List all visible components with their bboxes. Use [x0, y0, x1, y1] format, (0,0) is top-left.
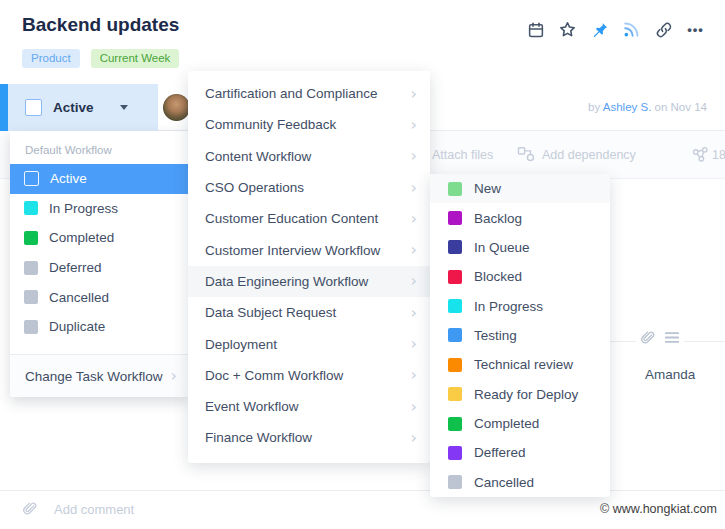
- workflow-item[interactable]: Event Workflow›: [188, 391, 430, 422]
- submenu-label: Ready for Deploy: [474, 387, 578, 402]
- menu-item-completed[interactable]: Completed: [10, 223, 189, 253]
- submenu-label: Technical review: [474, 357, 573, 372]
- menu-item-label: In Progress: [49, 201, 118, 216]
- comment-input-placeholder[interactable]: Add comment: [54, 491, 134, 529]
- share-graph-icon: [692, 146, 709, 163]
- avatar[interactable]: [163, 94, 190, 121]
- workflow-label: Finance Workflow: [205, 430, 312, 445]
- workflow-item[interactable]: Finance Workflow›: [188, 422, 430, 453]
- status-dropdown-menu: Default Workflow Active In Progress Comp…: [10, 131, 189, 397]
- submenu-label: In Queue: [474, 240, 530, 255]
- workflow-label: Customer Education Content: [205, 211, 378, 226]
- submenu-item-technical-review[interactable]: Technical review: [430, 350, 610, 379]
- status-swatch: [24, 201, 38, 215]
- tag-current-week[interactable]: Current Week: [91, 49, 180, 68]
- attach-files-button[interactable]: Attach files: [432, 131, 493, 179]
- author-link[interactable]: Ashley S.: [603, 101, 655, 113]
- submenu-item-blocked[interactable]: Blocked: [430, 262, 610, 291]
- link-icon[interactable]: [654, 20, 673, 39]
- workflow-item[interactable]: CSO Operations›: [188, 172, 430, 203]
- share-count[interactable]: 18: [712, 131, 725, 179]
- change-task-workflow-button[interactable]: Change Task Workflow ›: [10, 354, 189, 397]
- submenu-label: Cancelled: [474, 475, 534, 490]
- workflow-label: Community Feedback: [205, 117, 336, 132]
- assignee-name[interactable]: Amanda: [645, 367, 695, 382]
- menu-icon[interactable]: [664, 330, 680, 347]
- menu-item-label: Duplicate: [49, 319, 105, 334]
- submenu-label: Backlog: [474, 211, 522, 226]
- status-swatch: [24, 261, 38, 275]
- task-view: Backend updates ••• Product Current Week…: [0, 0, 725, 529]
- workflow-label: Data Engineering Workflow: [205, 274, 368, 289]
- status-swatch: [24, 290, 38, 304]
- chevron-right-icon: ›: [171, 368, 177, 384]
- menu-item-deferred[interactable]: Deferred: [10, 253, 189, 283]
- chevron-right-icon: ›: [411, 430, 417, 446]
- workflow-item[interactable]: Content Workflow›: [188, 141, 430, 172]
- workflow-item[interactable]: Deployment›: [188, 328, 430, 359]
- status-swatch: [448, 328, 462, 342]
- submenu-item-cancelled[interactable]: Cancelled: [430, 468, 610, 497]
- workflow-label: Event Workflow: [205, 399, 299, 414]
- status-checkbox[interactable]: [25, 99, 42, 116]
- chevron-right-icon: ›: [411, 367, 417, 383]
- workflow-item[interactable]: Customer Interview Workflow›: [188, 234, 430, 265]
- chevron-right-icon: ›: [411, 211, 417, 227]
- menu-item-active[interactable]: Active: [10, 164, 189, 194]
- chevron-right-icon: ›: [411, 148, 417, 164]
- paperclip-icon[interactable]: [640, 330, 655, 347]
- menu-item-in-progress[interactable]: In Progress: [10, 194, 189, 224]
- status-swatch: [448, 240, 462, 254]
- byline: by Ashley S. on Nov 14: [588, 84, 707, 131]
- pin-icon[interactable]: [590, 20, 609, 39]
- menu-item-label: Deferred: [49, 260, 102, 275]
- menu-item-label: Cancelled: [49, 290, 109, 305]
- page-title: Backend updates: [22, 14, 179, 36]
- submenu-item-completed[interactable]: Completed: [430, 409, 610, 438]
- workflow-item[interactable]: Customer Education Content›: [188, 203, 430, 234]
- workflow-label: Content Workflow: [205, 149, 311, 164]
- submenu-item-backlog[interactable]: Backlog: [430, 203, 610, 232]
- star-icon[interactable]: [558, 20, 577, 39]
- workflow-label: CSO Operations: [205, 180, 304, 195]
- attach-comment-icon[interactable]: [22, 501, 37, 518]
- submenu-item-deffered[interactable]: Deffered: [430, 438, 610, 467]
- rss-icon[interactable]: [622, 20, 641, 39]
- submenu-item-in-queue[interactable]: In Queue: [430, 233, 610, 262]
- submenu-item-testing[interactable]: Testing: [430, 321, 610, 350]
- chevron-down-icon: [120, 105, 128, 110]
- workflow-item[interactable]: Community Feedback›: [188, 109, 430, 140]
- status-swatch: [24, 171, 39, 186]
- chevron-right-icon: ›: [411, 117, 417, 133]
- workflow-dropdown-menu: Cartification and Compliance› Community …: [188, 71, 430, 463]
- chevron-right-icon: ›: [411, 399, 417, 415]
- status-swatch: [448, 417, 462, 431]
- workflow-section-label: Default Workflow: [10, 131, 189, 164]
- workflow-item[interactable]: Data Subject Request›: [188, 297, 430, 328]
- status-swatch: [24, 231, 38, 245]
- workflow-item-data-engineering[interactable]: Data Engineering Workflow›: [188, 266, 430, 297]
- menu-item-cancelled[interactable]: Cancelled: [10, 282, 189, 312]
- calendar-icon[interactable]: [526, 20, 545, 39]
- submenu-label: In Progress: [474, 299, 543, 314]
- chevron-right-icon: ›: [411, 273, 417, 289]
- status-swatch: [448, 358, 462, 372]
- submenu-item-ready-for-deploy[interactable]: Ready for Deploy: [430, 380, 610, 409]
- workflow-item[interactable]: Cartification and Compliance›: [188, 78, 430, 109]
- workflow-item[interactable]: Doc + Comm Workflow›: [188, 360, 430, 391]
- workflow-label: Customer Interview Workflow: [205, 243, 380, 258]
- chevron-right-icon: ›: [411, 86, 417, 102]
- tag-product[interactable]: Product: [22, 49, 80, 68]
- selected-status-accent: [0, 84, 8, 131]
- more-icon[interactable]: •••: [686, 20, 705, 39]
- add-dependency-button[interactable]: Add dependency: [542, 131, 636, 179]
- submenu-item-new[interactable]: New: [430, 174, 610, 203]
- status-swatch: [448, 475, 462, 489]
- chevron-right-icon: ›: [411, 242, 417, 258]
- status-swatch: [448, 182, 462, 196]
- submenu-label: New: [474, 181, 501, 196]
- submenu-label: Deffered: [474, 445, 526, 460]
- menu-item-duplicate[interactable]: Duplicate: [10, 312, 189, 342]
- status-dropdown-button[interactable]: Active: [8, 84, 158, 131]
- submenu-item-in-progress[interactable]: In Progress: [430, 291, 610, 320]
